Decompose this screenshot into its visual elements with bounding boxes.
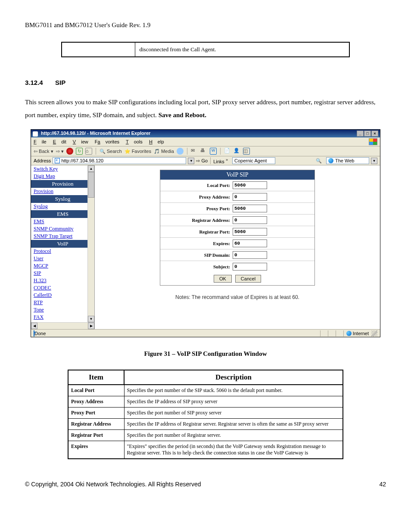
form-row: Subject: bbox=[160, 261, 314, 272]
form-input[interactable] bbox=[233, 263, 267, 271]
resize-grip[interactable] bbox=[371, 330, 377, 336]
section-paragraph: This screen allows you to make SIP confi… bbox=[25, 96, 386, 121]
sidebar-link-fax[interactable]: FAX bbox=[31, 314, 94, 321]
table-row: Registrar PortSpecifies the port number … bbox=[68, 430, 343, 441]
sidebar-link-tone[interactable]: Tone bbox=[31, 306, 94, 314]
ie-statusbar: Done Internet bbox=[31, 329, 380, 337]
form-row: Registrar Address: bbox=[160, 215, 314, 226]
sidebar-link-digitmap[interactable]: Digit Map bbox=[31, 173, 94, 180]
sidebar-link-sip[interactable]: SIP bbox=[31, 270, 94, 277]
menu-tools[interactable]: Tools bbox=[126, 139, 143, 144]
sidebar-link-codec[interactable]: CODEC bbox=[31, 284, 94, 292]
status-page-icon bbox=[34, 330, 34, 336]
go-button[interactable]: ⇨ Go bbox=[196, 158, 208, 164]
desc-cell: "Expires" specifies the period (in secon… bbox=[124, 441, 343, 459]
form-input[interactable] bbox=[233, 251, 267, 259]
sidebar-link-protocol[interactable]: Protocol bbox=[31, 248, 94, 255]
form-row: SIP Domain: bbox=[160, 249, 314, 261]
sidebar-link-mgcp[interactable]: MGCP bbox=[31, 262, 94, 270]
form-row: Expires: bbox=[160, 238, 314, 249]
cancel-button[interactable]: Cancel bbox=[235, 275, 261, 283]
menu-file[interactable]: File bbox=[34, 139, 47, 144]
menu-favorites[interactable]: Favorites bbox=[95, 139, 119, 144]
sidebar-head-voip: VoIP bbox=[31, 240, 94, 248]
sidebar-vscrollbar[interactable]: ▲ ▼ bbox=[87, 165, 94, 322]
form-label: Registrar Address: bbox=[164, 218, 233, 223]
links-label[interactable]: Links » bbox=[213, 158, 228, 164]
form-label: Proxy Port: bbox=[164, 206, 233, 211]
form-input[interactable] bbox=[233, 205, 267, 212]
refresh-icon[interactable]: ↻ bbox=[76, 148, 83, 155]
form-input[interactable] bbox=[233, 181, 267, 189]
section-heading: 3.12.4SIP bbox=[25, 79, 386, 86]
item-cell: Proxy Address bbox=[68, 396, 124, 408]
address-input[interactable]: http://67.104.98.120 bbox=[53, 157, 186, 164]
ie-toolbar: ⇦ Back ▾ ⇨ ▾ ↻ ⌂ 🔍 Search ⭐ Favorites 🎵 … bbox=[31, 146, 380, 156]
print-icon[interactable]: 🖶 bbox=[200, 148, 207, 155]
minimize-button[interactable]: _ bbox=[357, 131, 364, 137]
edit-icon[interactable]: 📄 bbox=[224, 148, 231, 155]
address-dropdown[interactable]: ▼ bbox=[188, 158, 194, 164]
sidebar-link-ems[interactable]: EMS bbox=[31, 218, 94, 225]
desc-cell: Specifies the IP address of SIP proxy se… bbox=[124, 396, 343, 408]
item-cell: Expires bbox=[68, 441, 124, 459]
form-input[interactable] bbox=[233, 228, 267, 236]
copernic-search[interactable]: Copernic Agent bbox=[232, 157, 275, 164]
sidebar-link-syslog[interactable]: Syslog bbox=[31, 203, 94, 210]
form-input[interactable] bbox=[233, 216, 267, 224]
sidebar-link-h323[interactable]: H.323 bbox=[31, 277, 94, 284]
menu-view[interactable]: View bbox=[73, 139, 88, 144]
favorites-button[interactable]: ⭐ Favorites bbox=[125, 149, 151, 154]
home-icon[interactable]: ⌂ bbox=[85, 148, 92, 155]
history-icon[interactable] bbox=[177, 148, 184, 155]
sidebar-link-callerid[interactable]: CallerID bbox=[31, 292, 94, 299]
sidebar-head-provision: Provision bbox=[31, 180, 94, 188]
close-button[interactable]: × bbox=[371, 131, 378, 137]
sidebar-link-switchkey[interactable]: Switch Key bbox=[31, 165, 94, 173]
desc-cell: Specifies the port number of SIP proxy s… bbox=[124, 408, 343, 419]
table-row: Registrar AddressSpecifies the IP addres… bbox=[68, 419, 343, 430]
stop-icon[interactable] bbox=[66, 148, 73, 155]
form-row: Local Port: bbox=[160, 180, 314, 191]
table-row: Expires"Expires" specifies the period (i… bbox=[68, 441, 343, 459]
address-label: Address bbox=[34, 158, 51, 163]
mail-icon[interactable]: ✉ bbox=[191, 148, 198, 155]
back-button[interactable]: ⇦ Back ▾ bbox=[34, 149, 53, 154]
form-title: VoIP SIP bbox=[160, 170, 314, 180]
sidebar-link-snmptrap[interactable]: SNMP Trap Target bbox=[31, 233, 94, 240]
media-button[interactable]: 🎵 Media bbox=[154, 149, 174, 154]
forward-button[interactable]: ⇨ ▾ bbox=[56, 149, 64, 154]
table-row: Local PortSpecifies the port number of t… bbox=[68, 385, 343, 396]
word-icon[interactable]: W bbox=[210, 148, 217, 155]
related-icon[interactable]: ◫ bbox=[243, 148, 250, 155]
theweb-select[interactable]: The Web bbox=[326, 157, 369, 164]
maximize-button[interactable]: □ bbox=[364, 131, 371, 137]
sidebar-head-syslog: Syslog bbox=[31, 195, 94, 203]
item-cell: Local Port bbox=[68, 385, 124, 396]
menu-edit[interactable]: Edit bbox=[53, 139, 66, 144]
form-label: Subject: bbox=[164, 264, 233, 269]
form-label: Registrar Port: bbox=[164, 229, 233, 234]
theweb-dropdown[interactable]: ▼ bbox=[371, 158, 377, 164]
desc-cell: Specifies the port number of Registrar s… bbox=[124, 430, 343, 441]
menu-help[interactable]: Help bbox=[149, 139, 164, 144]
windows-logo-icon bbox=[369, 138, 377, 145]
sidebar-link-user[interactable]: User bbox=[31, 255, 94, 262]
sidebar-link-rtp[interactable]: RTP bbox=[31, 299, 94, 306]
sidebar-link-snmpcommunity[interactable]: SNMP Community bbox=[31, 225, 94, 233]
table-row: Proxy PortSpecifies the port number of S… bbox=[68, 408, 343, 419]
form-label: Local Port: bbox=[164, 183, 233, 188]
form-input[interactable] bbox=[233, 193, 267, 201]
form-row: Proxy Address: bbox=[160, 191, 314, 203]
form-label: SIP Domain: bbox=[164, 252, 233, 258]
form-notes: Notes: The recommand value of Expires is… bbox=[103, 294, 371, 300]
form-input[interactable] bbox=[233, 240, 267, 247]
search-button[interactable]: 🔍 Search bbox=[100, 149, 122, 154]
sidebar-link-provision[interactable]: Provision bbox=[31, 188, 94, 195]
form-label: Expires: bbox=[164, 241, 233, 246]
messenger-icon[interactable]: 👤 bbox=[234, 148, 240, 155]
ok-button[interactable]: OK bbox=[214, 275, 232, 283]
main-content: VoIP SIP Local Port:Proxy Address:Proxy … bbox=[95, 165, 380, 329]
search-icon[interactable]: 🔍 bbox=[316, 158, 322, 164]
sidebar-hscrollbar[interactable]: ◀ ▶ bbox=[31, 322, 94, 329]
